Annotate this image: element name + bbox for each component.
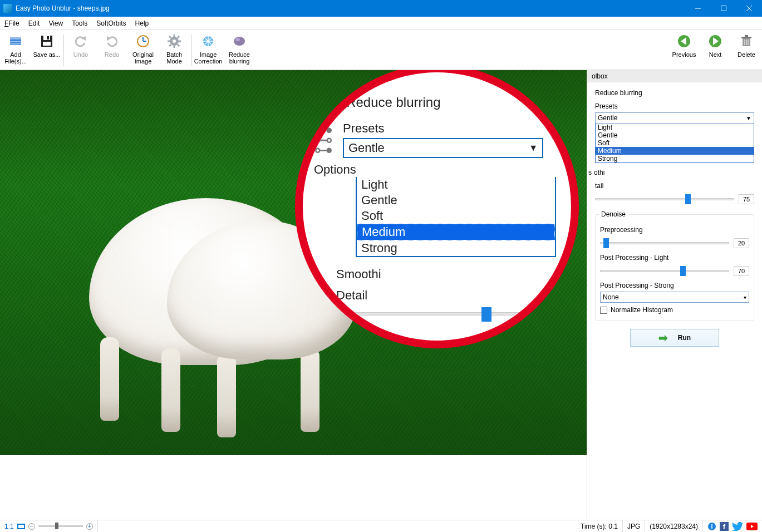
svg-line-24 [178, 45, 179, 46]
clock-icon [135, 33, 151, 49]
titlebar: Easy Photo Unblur - sheeps.jpg [0, 0, 762, 17]
preprocessing-slider[interactable] [600, 242, 729, 244]
normalize-histogram-checkbox[interactable]: Normalize Histogram [600, 306, 749, 314]
previous-button[interactable]: Previous [668, 31, 700, 69]
detail-value-small[interactable]: 75 [739, 194, 754, 204]
post-light-slider[interactable] [600, 270, 729, 272]
image-correction-button[interactable]: Image Correction [193, 31, 224, 69]
preset-option-soft[interactable]: Soft [596, 139, 754, 147]
next-icon [707, 33, 723, 49]
facebook-icon[interactable]: f [720, 522, 729, 531]
format-cell: JPG [623, 520, 645, 532]
preset-option-strong[interactable]: Strong [357, 240, 555, 256]
redo-icon [104, 33, 120, 49]
presets-dropdown-list: Light Gentle Soft Medium Strong [356, 177, 556, 257]
menu-file[interactable]: FFile [0, 19, 24, 27]
close-icon [746, 6, 752, 11]
window-title: Easy Photo Unblur - sheeps.jpg [16, 4, 685, 12]
slider-thumb[interactable] [685, 194, 691, 204]
twitter-icon[interactable] [732, 522, 743, 531]
delete-button[interactable]: Delete [731, 31, 762, 69]
slider-thumb[interactable] [481, 307, 491, 322]
denoise-section: Denoise Preprocessing 20 Post Processing… [595, 214, 754, 321]
original-image-button[interactable]: Original Image [127, 31, 159, 69]
svg-point-18 [173, 40, 176, 43]
slider-thumb[interactable] [603, 238, 609, 248]
menu-help[interactable]: Help [131, 19, 154, 27]
undo-button[interactable]: Undo [65, 31, 96, 69]
post-strong-combo[interactable]: None ▾ [600, 292, 749, 303]
post-light-value[interactable]: 70 [734, 266, 749, 276]
social-icons: i f [703, 522, 762, 531]
toolbox-header: olbox [587, 70, 762, 82]
svg-rect-39 [741, 37, 751, 38]
svg-line-23 [169, 36, 171, 38]
svg-point-33 [235, 38, 240, 41]
fit-icon[interactable] [17, 524, 25, 529]
presets-combo[interactable]: Gentle ▼ [343, 138, 543, 158]
zoom-in-icon[interactable]: + [86, 523, 93, 530]
toolbox-panel: olbox Reduce blurring Presets Gentle ▼ L… [587, 70, 762, 520]
magnifier-title: Reduce blurring [346, 95, 440, 110]
preset-option-medium[interactable]: Medium [596, 147, 754, 155]
run-arrow-icon: ➡ [658, 331, 668, 344]
minimize-button[interactable] [685, 0, 711, 17]
post-strong-label: Post Processing - Strong [600, 282, 674, 289]
main-area: Reduce blurring ⊶⊷⊶ Presets Gentle ▼ Opt… [0, 70, 762, 520]
preset-option-light[interactable]: Light [357, 177, 555, 193]
preset-option-light[interactable]: Light [596, 124, 754, 131]
preset-option-gentle[interactable]: Gentle [357, 193, 555, 208]
svg-rect-11 [43, 42, 51, 46]
post-light-label: Post Processing - Light [600, 254, 668, 262]
svg-rect-1 [721, 6, 726, 11]
presets-label: Presets [595, 102, 754, 110]
menu-softorbits[interactable]: SoftOrbits [92, 19, 130, 27]
zoom-out-icon[interactable]: − [28, 523, 35, 530]
preprocessing-value[interactable]: 20 [734, 238, 749, 248]
slider-thumb[interactable] [55, 523, 58, 529]
youtube-icon[interactable] [746, 523, 758, 530]
svg-text:i: i [711, 523, 712, 530]
sparkle-icon [200, 33, 216, 49]
preset-option-medium[interactable]: Medium [357, 224, 555, 240]
toolbar: Add File(s)... Save as... Undo Redo Orig… [0, 30, 762, 70]
menu-tools[interactable]: Tools [67, 19, 92, 27]
preset-option-strong[interactable]: Strong [596, 155, 754, 162]
add-files-button[interactable]: Add File(s)... [0, 31, 31, 69]
detail-slider[interactable] [336, 312, 537, 316]
preset-option-soft[interactable]: Soft [357, 208, 555, 224]
run-button[interactable]: ➡ Run [630, 329, 719, 347]
close-button[interactable] [736, 0, 762, 17]
smoothing-label-cut: othi [594, 169, 754, 176]
slider-thumb[interactable] [680, 266, 686, 276]
next-button[interactable]: Next [700, 31, 731, 69]
chevron-down-icon: ▼ [746, 115, 751, 121]
presets-label: Presets [343, 121, 566, 136]
info-icon[interactable]: i [707, 522, 716, 531]
maximize-button[interactable] [711, 0, 736, 17]
save-as-button[interactable]: Save as... [31, 31, 62, 69]
maximize-icon [721, 6, 726, 11]
preset-option-gentle[interactable]: Gentle [596, 131, 754, 139]
zoom-cell[interactable]: 1:1 − + [0, 520, 98, 532]
magnifier-callout: Reduce blurring ⊶⊷⊶ Presets Gentle ▼ Opt… [295, 70, 579, 348]
previous-icon [676, 33, 692, 49]
menu-view[interactable]: View [44, 19, 67, 27]
toolbar-separator [63, 35, 64, 66]
undo-icon [73, 33, 89, 49]
zoom-slider[interactable] [38, 525, 83, 527]
detail-slider-small[interactable] [595, 198, 734, 200]
svg-rect-40 [745, 35, 748, 37]
add-files-icon [8, 33, 23, 49]
app-icon [3, 4, 12, 13]
svg-text:f: f [723, 523, 726, 531]
toolbar-separator [191, 35, 191, 66]
svg-line-25 [169, 45, 171, 46]
batch-mode-button[interactable]: Batch Mode [159, 31, 190, 69]
reduce-blurring-button[interactable]: Reduce blurring [224, 31, 255, 69]
image-canvas[interactable]: Reduce blurring ⊶⊷⊶ Presets Gentle ▼ Opt… [0, 70, 587, 520]
menu-edit[interactable]: Edit [24, 19, 45, 27]
presets-combo-small[interactable]: Gentle ▼ [595, 112, 754, 124]
redo-button[interactable]: Redo [96, 31, 127, 69]
svg-line-26 [178, 36, 179, 38]
